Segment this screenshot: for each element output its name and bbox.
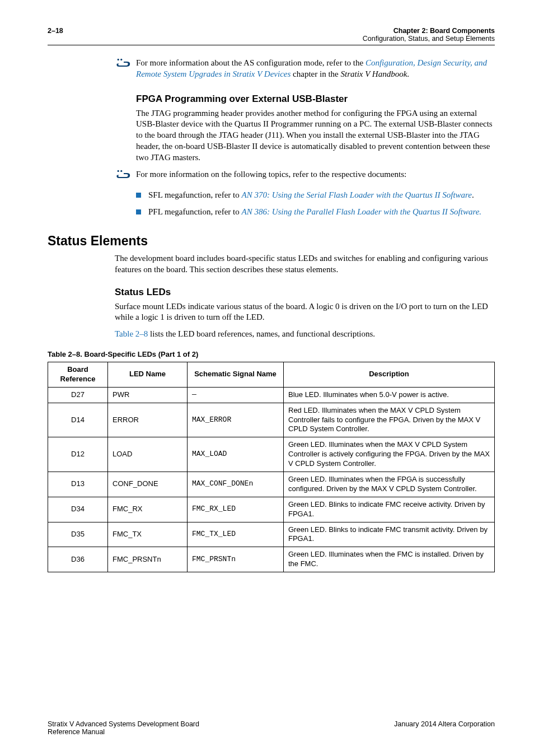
cell-description: Blue LED. Illuminates when 5.0-V power i… [284, 387, 495, 403]
cell-schematic: MAX_ERROR [188, 403, 284, 437]
table-ref-link[interactable]: Table 2–8 [115, 329, 148, 338]
bullet-item: SFL megafunction, refer to AN 370: Using… [136, 190, 495, 201]
cell-schematic: — [188, 387, 284, 403]
table-row: D35FMC_TXFMC_TX_LEDGreen LED. Blinks to … [48, 522, 495, 547]
heading-status-elements: Status Elements [48, 234, 495, 249]
bullet-pre: SFL megafunction, refer to [148, 190, 241, 199]
svg-point-3 [120, 170, 122, 171]
table-row: D36FMC_PRSNTnFMC_PRSNTnGreen LED. Illumi… [48, 547, 495, 572]
ref1-pre: For more information about the AS config… [136, 58, 366, 67]
cell-led-name: FMC_RX [108, 497, 188, 522]
hand-point-icon [115, 169, 132, 183]
table-row: D27PWR—Blue LED. Illuminates when 5.0-V … [48, 387, 495, 403]
cell-board-ref: D35 [48, 522, 108, 547]
cell-led-name: FMC_TX [108, 522, 188, 547]
cell-led-name: FMC_PRSNTn [108, 547, 188, 572]
cell-board-ref: D13 [48, 472, 108, 497]
cell-description: Green LED. Illuminates when the MAX V CP… [284, 437, 495, 472]
table-row: D14ERRORMAX_ERRORRed LED. Illuminates wh… [48, 403, 495, 437]
cell-schematic: FMC_PRSNTn [188, 547, 284, 572]
cell-description: Red LED. Illuminates when the MAX V CPLD… [284, 403, 495, 437]
cell-led-name: CONF_DONE [108, 472, 188, 497]
cell-schematic: FMC_RX_LED [188, 497, 284, 522]
bullet-link[interactable]: AN 370: Using the Serial Flash Loader wi… [241, 190, 472, 199]
cell-schematic: MAX_LOAD [188, 437, 284, 472]
heading-status-leds: Status LEDs [115, 287, 495, 298]
th-led-name: LED Name [108, 362, 188, 387]
page-header: 2–18 Chapter 2: Board Components Configu… [48, 27, 495, 45]
para-fpga: The JTAG programming header provides ano… [136, 108, 495, 164]
bullet-item: PFL megafunction, refer to AN 386: Using… [136, 207, 495, 218]
page-footer: Stratix V Advanced Systems Development B… [48, 720, 495, 736]
para-leds: Surface mount LEDs indicate various stat… [115, 301, 495, 324]
cell-description: Green LED. Illuminates when the FMC is i… [284, 547, 495, 572]
cell-schematic: MAX_CONF_DONEn [188, 472, 284, 497]
hand-point-icon [115, 58, 132, 80]
table-row: D34FMC_RXFMC_RX_LEDGreen LED. Blinks to … [48, 497, 495, 522]
page-number: 2–18 [48, 27, 63, 43]
footer-left-2: Reference Manual [48, 728, 105, 736]
table-row: D12LOADMAX_LOADGreen LED. Illuminates wh… [48, 437, 495, 472]
bullet-link[interactable]: AN 386: Using the Parallel Flash Loader … [241, 207, 481, 216]
cell-board-ref: D14 [48, 403, 108, 437]
ref1-mid: chapter in the [291, 69, 340, 78]
cell-board-ref: D27 [48, 387, 108, 403]
footer-left-1: Stratix V Advanced Systems Development B… [48, 720, 199, 728]
footer-right: January 2014 Altera Corporation [394, 720, 495, 736]
cell-description: Green LED. Blinks to indicate FMC transm… [284, 522, 495, 547]
th-board-ref: Board Reference [48, 362, 108, 387]
th-description: Description [284, 362, 495, 387]
ref2-text: For more information on the following to… [136, 169, 495, 183]
cell-board-ref: D36 [48, 547, 108, 572]
chapter-title: Chapter 2: Board Components [394, 27, 495, 35]
cell-schematic: FMC_TX_LED [188, 522, 284, 547]
ref1-ital: Stratix V Handbook [340, 69, 407, 78]
cell-description: Green LED. Blinks to indicate FMC receiv… [284, 497, 495, 522]
heading-fpga-programming: FPGA Programming over External USB-Blast… [136, 94, 495, 105]
svg-point-2 [118, 170, 119, 171]
leds-table: Board Reference LED Name Schematic Signa… [48, 362, 495, 572]
ref1-end: . [407, 69, 409, 78]
svg-point-0 [118, 59, 119, 60]
cell-description: Green LED. Illuminates when the FPGA is … [284, 472, 495, 497]
cell-led-name: PWR [108, 387, 188, 403]
section-title: Configuration, Status, and Setup Element… [363, 35, 495, 43]
header-right: Chapter 2: Board Components Configuratio… [363, 27, 495, 43]
bullet-pre: PFL megafunction, refer to [148, 207, 241, 216]
cell-board-ref: D34 [48, 497, 108, 522]
svg-point-1 [120, 59, 122, 60]
reference-block-1: For more information about the AS config… [115, 58, 495, 80]
cell-led-name: LOAD [108, 437, 188, 472]
table-header-row: Board Reference LED Name Schematic Signa… [48, 362, 495, 387]
bullet-list: SFL megafunction, refer to AN 370: Using… [136, 190, 495, 218]
cell-led-name: ERROR [108, 403, 188, 437]
para-table-ref: Table 2–8 lists the LED board references… [115, 329, 495, 340]
para-status: The development board includes board-spe… [115, 253, 495, 276]
reference-block-2: For more information on the following to… [115, 169, 495, 183]
table-caption: Table 2–8. Board-Specific LEDs (Part 1 o… [48, 350, 495, 358]
table-row: D13CONF_DONEMAX_CONF_DONEnGreen LED. Ill… [48, 472, 495, 497]
table-ref-post: lists the LED board references, names, a… [148, 329, 375, 338]
cell-board-ref: D12 [48, 437, 108, 472]
header-rule [48, 45, 495, 45]
bullet-post: . [472, 190, 474, 199]
th-schematic: Schematic Signal Name [188, 362, 284, 387]
